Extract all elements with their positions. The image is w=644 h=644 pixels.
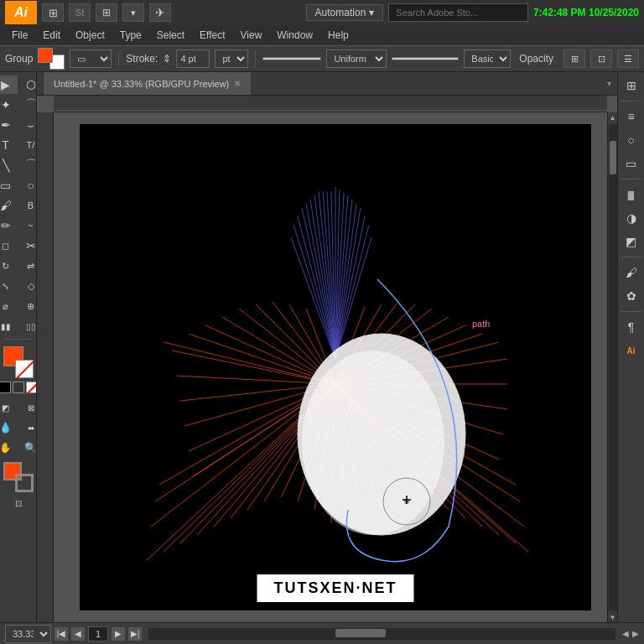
reflect-tool[interactable]: ⇌ [19,257,38,275]
group-label: Group [5,53,33,65]
h-scroll-thumb[interactable] [335,629,386,637]
rotate-tool[interactable]: ↻ [0,257,18,275]
scissors-tool[interactable]: ✂ [19,236,38,255]
measure-tool[interactable]: ⬌ [19,418,38,437]
h-scroll-right-arrow[interactable]: ▶ [632,629,639,638]
lasso-tool[interactable]: ⌒ [19,96,38,114]
brush-panel-btn[interactable]: 🖌 [621,262,641,283]
scroll-track-v[interactable] [609,124,617,610]
stroke-value-input[interactable] [176,49,210,68]
sticker-icon-btn[interactable]: St [69,3,91,22]
warp-tool[interactable]: ⌀ [0,297,18,315]
svg-text:path: path [472,319,490,329]
zoom-dropdown[interactable]: 33.33% [5,625,51,643]
nav-last-btn[interactable]: ▶| [128,627,142,641]
fill-swatch[interactable] [38,48,53,63]
graph-bar-tool[interactable]: ▮▮ [0,317,18,335]
rpanel-div4 [621,311,641,312]
mesh-tool[interactable]: ⊠ [19,398,38,417]
fill-type-dropdown[interactable]: ▭ [70,49,112,68]
scroll-down-arrow[interactable]: ▼ [608,612,618,622]
menu-type[interactable]: Type [113,28,148,43]
hand-tool[interactable]: ✋ [0,439,18,457]
width-tool[interactable]: ⊕ [19,297,38,315]
page-input[interactable] [88,626,108,641]
basic-dropdown[interactable]: Basic [464,49,511,68]
gradient-tool[interactable]: ◩ [0,398,18,417]
menu-window[interactable]: Window [270,28,319,43]
tab-bar: Untitled-1* @ 33.33% (RGB/GPU Preview) ✕… [37,72,617,96]
menu-edit[interactable]: Edit [36,28,67,43]
layers-panel-btn[interactable]: ⊞ [621,75,641,96]
black-swatch[interactable] [0,382,11,393]
magic-wand-tool[interactable]: ✦ [0,96,18,114]
background-swatch[interactable] [15,360,34,378]
home-icon-btn[interactable]: ⊞ [42,3,64,22]
ai-logo: Ai [5,1,37,24]
ellipse-tool[interactable]: ○ [19,176,38,195]
document-tab[interactable]: Untitled-1* @ 33.33% (RGB/GPU Preview) ✕ [44,72,252,95]
direct-select-tool[interactable]: ⬡ [19,75,38,94]
tab-overflow-btn[interactable]: ▾ [600,72,617,95]
scroll-up-arrow[interactable]: ▲ [608,112,618,122]
pen-tool[interactable]: ✒ [0,116,18,134]
send-icon-btn[interactable]: ✈ [149,3,171,22]
scroll-thumb-v[interactable] [610,141,616,174]
scale-tool[interactable]: ⤡ [0,277,18,295]
eraser-tool[interactable]: ◻ [0,236,18,255]
tab-close-button[interactable]: ✕ [234,79,241,88]
color-panel-btn[interactable]: ◑ [621,208,641,228]
vertical-scrollbar[interactable]: ▲ ▼ [607,112,617,622]
more-icon-btn[interactable]: ☰ [617,49,639,68]
properties-btn[interactable]: ≡ [621,106,641,127]
menu-object[interactable]: Object [69,28,112,43]
rect-tool[interactable]: ▭ [0,176,18,195]
artboard-tool[interactable]: ⊡ [7,494,30,512]
menu-effect[interactable]: Effect [193,28,231,43]
line-style2-preview [392,57,459,60]
arc-tool[interactable]: ⌒ [19,156,38,174]
menu-select[interactable]: Select [150,28,191,43]
menu-view[interactable]: View [234,28,269,43]
gray-swatch[interactable] [13,382,24,393]
nav-next-btn[interactable]: ▶ [112,627,125,641]
paintbrush-tool[interactable]: 🖌 [0,196,18,215]
nav-first-btn[interactable]: |◀ [55,627,68,641]
canvas-wrapper[interactable]: path TUTSXEN·NET ▲ ▼ [37,96,617,622]
search-input[interactable] [388,3,528,22]
blob-brush-tool[interactable]: B [19,196,38,215]
type-path-tool[interactable]: T/ [19,136,38,154]
graph-col-tool[interactable]: ▯▯ [19,317,38,335]
menu-file[interactable]: File [5,28,34,43]
stroke-color-box[interactable] [15,474,34,492]
arrow-icon-btn[interactable]: ▾ [122,3,144,22]
align-icon-btn[interactable]: ⊡ [590,49,612,68]
apps-icon-btn[interactable]: ⊞ [96,3,117,22]
nav-prev-btn[interactable]: ◀ [71,627,85,641]
zoom-tool[interactable]: 🔍 [19,439,38,457]
line-tool[interactable]: ╲ [0,156,18,174]
select-tool[interactable]: ▶ [0,75,18,94]
automation-button[interactable]: Automation ▾ [306,4,384,21]
transform-icon-btn[interactable]: ⊞ [564,49,585,68]
svg-line-34 [172,351,335,384]
artboards-btn[interactable]: ▭ [621,153,641,174]
stroke-panel-btn[interactable]: ▓ [621,184,641,205]
type-tool[interactable]: T [0,136,18,154]
symbols-btn[interactable]: ✿ [621,286,641,306]
pencil-tool[interactable]: ✏ [0,216,18,235]
ai-panel-btn[interactable]: Ai [621,340,641,361]
horizontal-scrollbar[interactable] [148,628,615,640]
type-panel-btn[interactable]: ¶ [621,317,641,337]
h-scroll-left-arrow[interactable]: ◀ [622,629,629,638]
curvature-tool[interactable]: ⌣ [19,116,38,134]
none-swatch[interactable] [26,382,38,393]
smooth-tool[interactable]: ~ [19,216,38,235]
eyedropper-tool[interactable]: 💧 [0,418,18,437]
gradient-panel-btn[interactable]: ◩ [621,231,641,252]
stroke-pt-dropdown[interactable]: pt [215,49,248,68]
shear-tool[interactable]: ◇ [19,277,38,295]
assets-btn[interactable]: ○ [621,130,641,150]
menu-help[interactable]: Help [321,28,356,43]
uniform-dropdown[interactable]: Uniform [326,49,387,68]
